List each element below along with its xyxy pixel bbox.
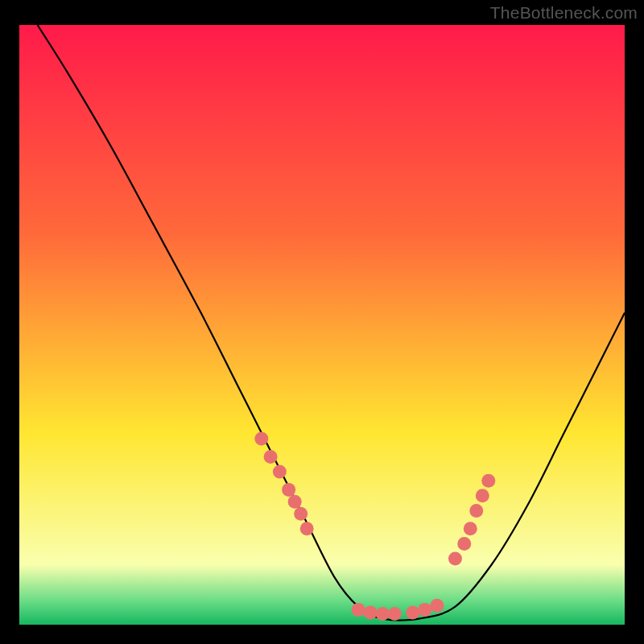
gradient-background [19, 25, 625, 625]
data-marker [282, 483, 295, 497]
plot-svg [19, 25, 625, 625]
data-marker [430, 599, 444, 613]
data-marker [469, 504, 483, 518]
watermark-text: TheBottleneck.com [490, 3, 638, 23]
data-marker [273, 465, 287, 479]
data-marker [476, 489, 489, 502]
data-marker [418, 603, 431, 617]
data-marker [464, 522, 477, 535]
data-marker [457, 537, 471, 551]
data-marker [352, 603, 365, 617]
plot-frame [19, 25, 625, 625]
data-marker [288, 495, 302, 509]
data-marker [300, 522, 314, 535]
data-marker [264, 450, 278, 464]
data-marker [254, 432, 268, 446]
data-marker [364, 606, 378, 620]
data-marker [481, 474, 495, 488]
data-marker [448, 552, 462, 566]
chart-canvas: TheBottleneck.com [0, 0, 644, 644]
data-marker [294, 507, 308, 521]
data-marker [388, 607, 402, 621]
data-marker [376, 607, 390, 621]
data-marker [406, 606, 419, 620]
